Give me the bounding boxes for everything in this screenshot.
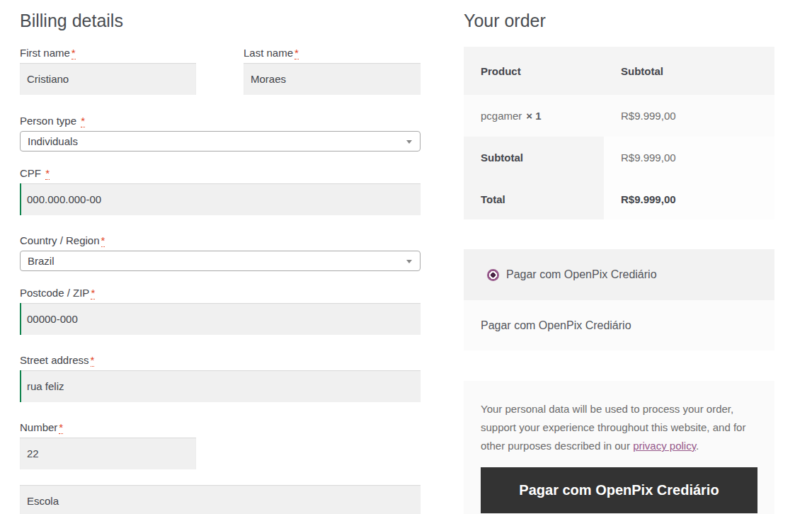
cpf-input[interactable] — [20, 183, 421, 215]
subtotal-column-header: Subtotal — [604, 47, 774, 95]
payment-method-description: Pagar com OpenPix Crediário — [464, 300, 774, 350]
order-table-header: Product Subtotal — [464, 47, 774, 95]
required-asterisk: * — [81, 115, 85, 127]
country-label-text: Country / Region — [20, 234, 100, 246]
order-line-item: pcgamer × 1 R$9.999,00 — [464, 95, 774, 137]
first-name-field: First name* — [20, 47, 196, 95]
first-name-input[interactable] — [20, 63, 196, 95]
postcode-label: Postcode / ZIP* — [20, 287, 421, 299]
person-type-label-text: Person type — [20, 115, 76, 127]
chevron-down-icon — [406, 140, 412, 144]
privacy-text-before: Your personal data will be used to proce… — [481, 403, 745, 452]
your-order-section: Your order Product Subtotal pcgamer × 1 … — [464, 0, 774, 514]
payment-method-option[interactable]: Pagar com OpenPix Crediário — [464, 249, 774, 300]
street-address-input[interactable] — [20, 370, 421, 402]
payment-method-label: Pagar com OpenPix Crediário — [506, 268, 657, 281]
payment-method-radio[interactable] — [487, 269, 499, 281]
order-subtotal-row: Subtotal R$9.999,00 — [464, 137, 774, 178]
line-item-name-cell: pcgamer × 1 — [464, 95, 604, 137]
order-title: Your order — [464, 10, 774, 31]
person-type-field: Person type * Individuals — [20, 115, 421, 152]
name-row: First name* Last name* — [20, 47, 421, 95]
place-order-button[interactable]: Pagar com OpenPix Crediário — [481, 467, 757, 513]
postcode-label-text: Postcode / ZIP — [20, 287, 89, 299]
line-item-price: R$9.999,00 — [604, 95, 774, 137]
street-address-field: Street address* — [20, 354, 421, 402]
product-quantity: × 1 — [526, 110, 541, 122]
neighborhood-field — [20, 485, 421, 514]
last-name-field: Last name* — [244, 47, 421, 95]
privacy-policy-link[interactable]: privacy policy — [633, 440, 696, 452]
required-asterisk: * — [101, 234, 105, 247]
subtotal-label: Subtotal — [464, 137, 604, 178]
country-select[interactable]: Brazil — [20, 251, 421, 271]
last-name-label: Last name* — [244, 47, 421, 59]
person-type-select[interactable]: Individuals — [20, 131, 421, 152]
person-type-label: Person type * — [20, 115, 421, 127]
order-review-table: Product Subtotal pcgamer × 1 R$9.999,00 … — [464, 47, 774, 219]
country-field: Country / Region* Brazil — [20, 234, 421, 271]
payment-methods: Pagar com OpenPix Crediário Pagar com Op… — [464, 249, 774, 350]
street-address-label-text: Street address — [20, 354, 89, 366]
required-asterisk: * — [91, 354, 95, 367]
cpf-label: CPF * — [20, 167, 421, 179]
number-field: Number* — [20, 421, 421, 469]
number-input[interactable] — [20, 438, 196, 469]
postcode-field: Postcode / ZIP* — [20, 287, 421, 335]
required-asterisk: * — [295, 47, 299, 59]
street-address-label: Street address* — [20, 354, 421, 366]
first-name-label: First name* — [20, 47, 196, 59]
cpf-label-text: CPF — [20, 167, 41, 179]
privacy-text-after: . — [696, 440, 699, 452]
required-asterisk: * — [59, 421, 63, 434]
first-name-label-text: First name — [20, 47, 70, 59]
subtotal-value: R$9.999,00 — [604, 137, 774, 178]
last-name-label-text: Last name — [244, 47, 293, 59]
cpf-field: CPF * — [20, 167, 421, 215]
place-order-area: Your personal data will be used to proce… — [464, 381, 774, 514]
required-asterisk: * — [91, 287, 95, 299]
privacy-notice: Your personal data will be used to proce… — [481, 400, 757, 455]
product-name: pcgamer — [481, 110, 522, 122]
neighborhood-input[interactable] — [20, 485, 421, 514]
required-asterisk: * — [72, 47, 76, 59]
last-name-input[interactable] — [244, 63, 421, 95]
chevron-down-icon — [406, 260, 412, 263]
country-label: Country / Region* — [20, 234, 421, 246]
number-label: Number* — [20, 421, 421, 433]
postcode-input[interactable] — [20, 303, 421, 335]
order-total-row: Total R$9.999,00 — [464, 178, 774, 219]
billing-title: Billing details — [20, 10, 421, 31]
person-type-selected-value: Individuals — [28, 135, 78, 147]
required-asterisk: * — [45, 167, 50, 180]
total-label: Total — [464, 178, 604, 219]
number-label-text: Number — [20, 421, 57, 433]
product-column-header: Product — [464, 47, 604, 95]
country-selected-value: Brazil — [28, 255, 55, 267]
billing-details-section: Billing details First name* Last name* P… — [20, 0, 421, 514]
total-value: R$9.999,00 — [604, 178, 774, 219]
